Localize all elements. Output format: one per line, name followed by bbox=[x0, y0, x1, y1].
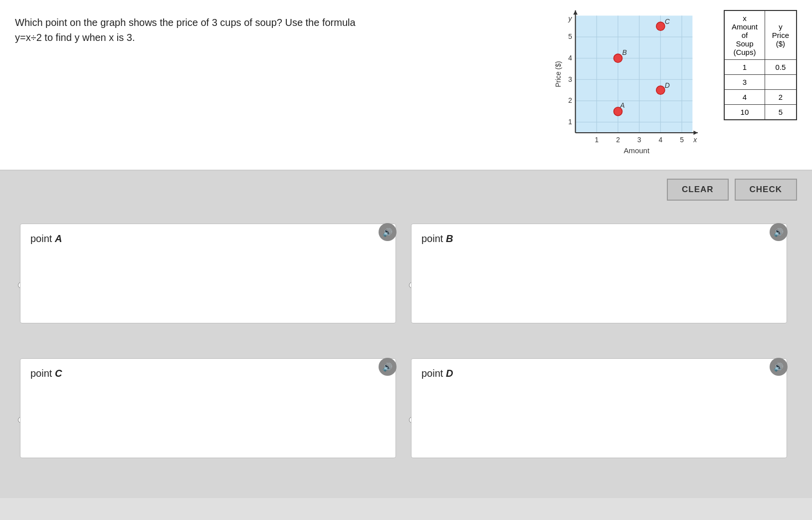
svg-text:x: x bbox=[693, 136, 697, 144]
svg-text:5: 5 bbox=[568, 32, 572, 40]
table-cell-x: 3 bbox=[724, 75, 765, 90]
svg-text:1: 1 bbox=[595, 136, 599, 144]
audio-button-D[interactable]: 🔊 bbox=[770, 358, 788, 376]
answer-label-A: point A bbox=[30, 233, 386, 245]
graph-container: 1 2 3 4 5 x 1 2 3 4 5 y Amount Price ($) bbox=[554, 10, 714, 160]
svg-point-31 bbox=[614, 54, 622, 62]
answer-card-C: 🔊 point C bbox=[20, 358, 396, 458]
top-section: Which point on the graph shows the price… bbox=[0, 0, 812, 171]
answer-label-C: point C bbox=[30, 368, 386, 379]
answer-cell-D: 🔊 point D bbox=[406, 353, 797, 488]
svg-text:3: 3 bbox=[637, 136, 641, 144]
graph-svg: 1 2 3 4 5 x 1 2 3 4 5 y Amount Price ($) bbox=[554, 10, 714, 160]
table-cell-x: 10 bbox=[724, 105, 765, 120]
svg-text:A: A bbox=[619, 101, 624, 109]
svg-marker-14 bbox=[574, 10, 578, 15]
answers-section: 🔊 point A 🔊 point B 🔊 point C bbox=[0, 209, 812, 498]
audio-button-A[interactable]: 🔊 bbox=[379, 223, 397, 241]
table-cell-x: 1 bbox=[724, 60, 765, 75]
graph-table-area: 1 2 3 4 5 x 1 2 3 4 5 y Amount Price ($) bbox=[554, 10, 797, 160]
data-table: x Amount of Soup (Cups) y Price ($) 10.5… bbox=[724, 10, 797, 120]
table-cell-y: 5 bbox=[765, 105, 797, 120]
svg-point-33 bbox=[656, 22, 665, 30]
question-line2: y=x÷2 to find y when x is 3. bbox=[15, 30, 424, 45]
question-line1: Which point on the graph shows the price… bbox=[15, 15, 424, 30]
col2-header: y Price ($) bbox=[765, 10, 797, 60]
svg-text:5: 5 bbox=[680, 136, 684, 144]
answer-label-D: point D bbox=[421, 368, 777, 379]
svg-text:4: 4 bbox=[659, 136, 663, 144]
table-cell-y: 2 bbox=[765, 90, 797, 105]
svg-text:1: 1 bbox=[568, 118, 572, 126]
audio-button-C[interactable]: 🔊 bbox=[379, 358, 397, 376]
answer-card-D: 🔊 point D bbox=[411, 358, 787, 458]
table-cell-y: 0.5 bbox=[765, 60, 797, 75]
col1-header: x Amount of Soup (Cups) bbox=[724, 10, 765, 60]
table-row: 42 bbox=[724, 90, 797, 105]
answer-cell-A: 🔊 point A bbox=[15, 219, 406, 353]
svg-text:4: 4 bbox=[568, 54, 572, 62]
answer-cell-C: 🔊 point C bbox=[15, 353, 406, 488]
svg-text:D: D bbox=[665, 81, 670, 89]
answer-card-B: 🔊 point B bbox=[411, 224, 787, 323]
svg-text:3: 3 bbox=[568, 75, 572, 83]
svg-rect-0 bbox=[576, 15, 693, 133]
check-button[interactable]: CHECK bbox=[735, 179, 797, 201]
svg-point-35 bbox=[656, 86, 665, 94]
table-cell-x: 4 bbox=[724, 90, 765, 105]
svg-text:y: y bbox=[568, 14, 573, 22]
answer-label-B: point B bbox=[421, 233, 777, 245]
controls-bar: CLEAR CHECK bbox=[0, 171, 812, 209]
svg-text:2: 2 bbox=[616, 136, 620, 144]
table-row: 10.5 bbox=[724, 60, 797, 75]
svg-text:Price ($): Price ($) bbox=[554, 61, 562, 87]
answer-card-A: 🔊 point A bbox=[20, 224, 396, 323]
table-cell-y bbox=[765, 75, 797, 90]
svg-text:Amount: Amount bbox=[624, 146, 650, 155]
svg-text:C: C bbox=[665, 17, 670, 25]
clear-button[interactable]: CLEAR bbox=[667, 179, 729, 201]
svg-text:2: 2 bbox=[568, 96, 572, 104]
question-text: Which point on the graph shows the price… bbox=[15, 10, 424, 45]
svg-marker-13 bbox=[694, 131, 698, 135]
table-row: 105 bbox=[724, 105, 797, 120]
audio-button-B[interactable]: 🔊 bbox=[770, 223, 788, 241]
answer-cell-B: 🔊 point B bbox=[406, 219, 797, 353]
table-row: 3 bbox=[724, 75, 797, 90]
svg-text:B: B bbox=[622, 48, 627, 56]
